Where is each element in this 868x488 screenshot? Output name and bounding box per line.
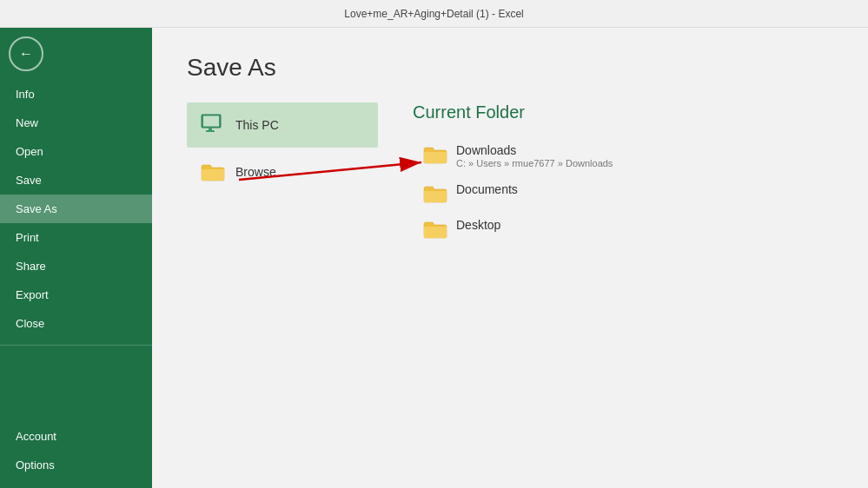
back-button[interactable]: ← <box>9 36 43 71</box>
downloads-info: Downloads C: » Users » rmue7677 » Downlo… <box>456 143 613 168</box>
excel-window: Love+me_AR+Aging+Detail (1) - Excel ← In… <box>0 0 868 488</box>
folder-panel: Current Folder Downloads C: » Users » rm… <box>413 102 833 247</box>
browse-folder-icon <box>199 158 227 186</box>
desktop-info: Desktop <box>456 218 500 232</box>
pc-icon <box>199 111 227 139</box>
this-pc-label: This PC <box>235 118 279 132</box>
sidebar: ← Info New Open Save Save As <box>0 28 152 488</box>
title-text: Love+me_AR+Aging+Detail (1) - Excel <box>344 8 523 20</box>
folder-item-documents[interactable]: Documents <box>413 175 833 211</box>
folder-item-desktop[interactable]: Desktop <box>413 211 833 247</box>
sidebar-item-save[interactable]: Save <box>0 166 152 195</box>
desktop-name: Desktop <box>456 218 500 232</box>
content-area: ← Info New Open Save Save As <box>0 28 868 488</box>
svg-rect-3 <box>206 130 215 132</box>
downloads-path: C: » Users » rmue7677 » Downloads <box>456 158 613 168</box>
svg-rect-2 <box>209 128 212 130</box>
folder-item-downloads[interactable]: Downloads C: » Users » rmue7677 » Downlo… <box>413 136 833 175</box>
annotation-arrow <box>152 28 868 488</box>
main-panel: Save As <box>152 28 868 488</box>
sidebar-item-print[interactable]: Print <box>0 223 152 252</box>
location-this-pc[interactable]: This PC <box>187 102 378 148</box>
sidebar-item-account[interactable]: Account <box>0 422 152 451</box>
sidebar-item-options[interactable]: Options <box>0 451 152 479</box>
downloads-name: Downloads <box>456 143 613 157</box>
sidebar-item-save-as[interactable]: Save As <box>0 195 152 223</box>
sidebar-item-export[interactable]: Export <box>0 280 152 309</box>
location-list: This PC Browse <box>187 102 378 247</box>
save-content: This PC Browse <box>187 102 833 247</box>
documents-name: Documents <box>456 182 518 196</box>
svg-rect-1 <box>203 116 219 127</box>
sidebar-item-share[interactable]: Share <box>0 252 152 280</box>
browse-label: Browse <box>235 165 276 179</box>
location-browse[interactable]: Browse <box>187 149 378 195</box>
title-bar: Love+me_AR+Aging+Detail (1) - Excel <box>0 0 868 28</box>
sidebar-item-open[interactable]: Open <box>0 137 152 166</box>
sidebar-item-new[interactable]: New <box>0 109 152 137</box>
sidebar-item-info[interactable]: Info <box>0 80 152 109</box>
page-title: Save As <box>187 54 833 82</box>
documents-info: Documents <box>456 182 518 196</box>
nav-items: Info New Open Save Save As Print <box>0 80 152 488</box>
sidebar-item-close[interactable]: Close <box>0 309 152 338</box>
nav-bottom: Account Options <box>0 422 152 488</box>
current-folder-title: Current Folder <box>413 102 833 122</box>
nav-divider <box>0 345 152 346</box>
folder-list: Downloads C: » Users » rmue7677 » Downlo… <box>413 136 833 247</box>
back-icon: ← <box>19 46 33 62</box>
